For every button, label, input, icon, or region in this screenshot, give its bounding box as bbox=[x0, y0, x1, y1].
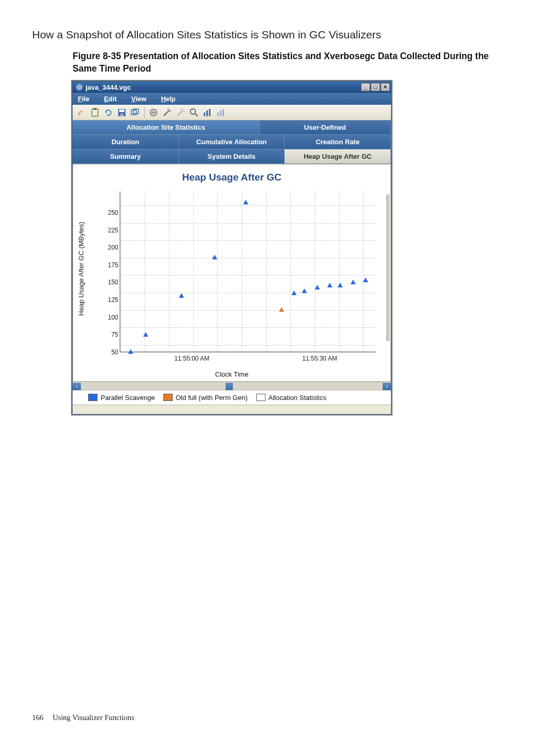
y-tick: 225 bbox=[101, 227, 118, 234]
close-button[interactable]: × bbox=[381, 83, 390, 91]
globe-icon[interactable] bbox=[148, 107, 159, 118]
svg-rect-22 bbox=[220, 110, 221, 116]
data-point bbox=[212, 255, 217, 259]
y-tick: 175 bbox=[101, 261, 118, 269]
titlebar[interactable]: java_3444.vgc _ □ × bbox=[73, 81, 391, 93]
menubar: File Edit View Help bbox=[73, 93, 391, 105]
svg-point-14 bbox=[181, 108, 182, 109]
clipboard-icon[interactable] bbox=[89, 107, 101, 118]
data-point bbox=[338, 283, 343, 287]
y-tick: 125 bbox=[101, 296, 118, 303]
toolbar bbox=[73, 105, 391, 120]
chart-title: Heap Usage After GC bbox=[78, 172, 385, 183]
scroll-thumb[interactable] bbox=[226, 383, 233, 390]
data-point bbox=[143, 332, 148, 337]
svg-point-10 bbox=[167, 108, 169, 109]
svg-point-11 bbox=[170, 111, 171, 112]
menu-file[interactable]: File bbox=[78, 95, 89, 103]
tab-creation-rate[interactable]: Creation Rate bbox=[285, 135, 391, 149]
page-number: 166 bbox=[32, 713, 44, 722]
data-point bbox=[302, 288, 307, 293]
svg-rect-4 bbox=[120, 114, 123, 116]
menu-help[interactable]: Help bbox=[161, 95, 175, 103]
data-point bbox=[279, 307, 284, 312]
x-tick: 11:55:00 AM bbox=[174, 355, 209, 362]
scroll-left-button[interactable]: ‹ bbox=[73, 383, 81, 390]
data-point bbox=[179, 293, 184, 298]
visualizer-window: java_3444.vgc _ □ × File Edit View Help … bbox=[71, 80, 393, 416]
svg-rect-21 bbox=[217, 113, 219, 116]
section-heading: How a Snapshot of Allocation Sites Stati… bbox=[32, 29, 528, 41]
tab-row-1: Allocation Site Statistics User-Defined bbox=[73, 120, 391, 135]
svg-point-16 bbox=[190, 109, 195, 114]
tab-heap-usage-after-gc[interactable]: Heap Usage After GC bbox=[285, 149, 391, 164]
menu-view[interactable]: View bbox=[131, 95, 146, 103]
tab-row-2: Duration Cumulative Allocation Creation … bbox=[73, 135, 391, 149]
wand-dark-icon[interactable] bbox=[161, 107, 173, 118]
minimize-button[interactable]: _ bbox=[361, 83, 370, 91]
scroll-right-button[interactable]: › bbox=[383, 383, 391, 390]
data-point bbox=[363, 278, 368, 282]
multiwindow-icon[interactable] bbox=[130, 107, 141, 118]
barchart-light-icon[interactable] bbox=[215, 107, 227, 118]
data-point bbox=[351, 280, 356, 284]
svg-rect-3 bbox=[119, 109, 124, 112]
figure-caption: Figure 8-35 Presentation of Allocation S… bbox=[73, 50, 507, 75]
svg-line-8 bbox=[164, 110, 169, 116]
data-point bbox=[327, 283, 332, 287]
y-tick: 50 bbox=[101, 349, 118, 356]
chart-panel: Heap Usage After GC Heap Usage After GC … bbox=[73, 164, 391, 382]
zoom-icon[interactable] bbox=[188, 107, 200, 118]
chapter-title: Using Visualizer Functions bbox=[52, 713, 134, 722]
data-point bbox=[128, 349, 133, 354]
svg-line-12 bbox=[177, 110, 183, 116]
svg-rect-19 bbox=[206, 110, 208, 116]
data-point bbox=[315, 285, 320, 289]
tab-summary[interactable]: Summary bbox=[73, 149, 179, 164]
vertical-scrollbar[interactable] bbox=[386, 195, 389, 341]
legend: Parallel Scavenge Old full (with Perm Ge… bbox=[73, 390, 391, 405]
page-footer: 166 Using Visualizer Functions bbox=[32, 713, 134, 722]
scroll-track[interactable] bbox=[81, 383, 383, 390]
legend-old-full: Old full (with Perm Gen) bbox=[163, 394, 248, 402]
save-icon[interactable] bbox=[116, 107, 128, 118]
svg-point-15 bbox=[184, 111, 185, 112]
maximize-button[interactable]: □ bbox=[371, 83, 380, 91]
tab-duration[interactable]: Duration bbox=[73, 135, 179, 149]
svg-rect-20 bbox=[209, 109, 211, 116]
legend-parallel-scavenge: Parallel Scavenge bbox=[88, 394, 155, 402]
x-tick: 11:55:30 AM bbox=[302, 355, 337, 362]
app-icon bbox=[76, 84, 83, 91]
undo-icon[interactable] bbox=[76, 107, 87, 118]
menu-edit[interactable]: Edit bbox=[104, 95, 117, 103]
legend-allocation-statistics: Allocation Statistics bbox=[256, 394, 327, 402]
svg-point-13 bbox=[183, 109, 184, 110]
y-tick: 100 bbox=[101, 314, 118, 321]
y-tick: 75 bbox=[101, 331, 118, 338]
plot-area: 507510012515017520022525011:55:00 AM11:5… bbox=[120, 191, 376, 352]
tab-row-3: Summary System Details Heap Usage After … bbox=[73, 149, 391, 164]
x-axis-label: Clock Time bbox=[73, 370, 390, 378]
window-title: java_3444.vgc bbox=[86, 84, 131, 91]
svg-rect-23 bbox=[222, 109, 224, 116]
svg-line-17 bbox=[195, 114, 198, 116]
tab-system-details[interactable]: System Details bbox=[179, 149, 285, 164]
barchart-dark-icon[interactable] bbox=[202, 107, 213, 118]
data-point bbox=[291, 291, 297, 295]
tab-user-defined[interactable]: User-Defined bbox=[260, 120, 391, 135]
tab-allocation-site-statistics[interactable]: Allocation Site Statistics bbox=[73, 120, 260, 135]
status-bar bbox=[73, 405, 391, 414]
toolbar-separator bbox=[144, 107, 145, 118]
svg-rect-18 bbox=[204, 113, 205, 116]
horizontal-scrollbar[interactable]: ‹ › bbox=[73, 382, 391, 390]
y-axis-label: Heap Usage After GC (MBytes) bbox=[77, 222, 85, 315]
svg-rect-1 bbox=[93, 108, 96, 110]
data-point bbox=[243, 200, 248, 204]
y-tick: 150 bbox=[101, 279, 118, 286]
refresh-icon[interactable] bbox=[103, 107, 114, 118]
svg-rect-0 bbox=[92, 109, 98, 116]
y-tick: 200 bbox=[101, 244, 118, 251]
tab-cumulative-allocation[interactable]: Cumulative Allocation bbox=[179, 135, 285, 149]
wand-light-icon[interactable] bbox=[175, 107, 186, 118]
svg-point-9 bbox=[169, 109, 170, 110]
